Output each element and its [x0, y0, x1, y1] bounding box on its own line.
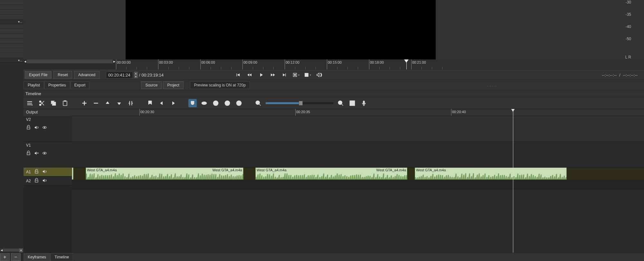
- scroll-left-icon[interactable]: ◀: [24, 59, 27, 63]
- mute-icon[interactable]: [34, 125, 39, 131]
- ripple-markers-icon[interactable]: [235, 99, 243, 107]
- tab-export[interactable]: Export: [70, 81, 90, 89]
- mute-off-icon[interactable]: [34, 151, 39, 157]
- preview-ruler[interactable]: 00:00:0000:03:0000:06:0000:09:0000:12:00…: [116, 59, 644, 70]
- audio-clip[interactable]: West GTA_a4.m4aWest GTA_a4.m4a: [255, 167, 407, 180]
- current-timecode[interactable]: 00:20:41:24: [106, 72, 133, 78]
- tab-playlist[interactable]: Playlist: [24, 81, 44, 89]
- left-dropdown-icon[interactable]: ▾: [19, 248, 23, 252]
- export-file-button[interactable]: Export File: [25, 71, 52, 79]
- advanced-button[interactable]: Advanced: [74, 71, 99, 79]
- prev-marker-icon[interactable]: [157, 99, 166, 107]
- panel-drag-handle[interactable]: ......: [487, 83, 497, 87]
- left-row: [0, 53, 24, 58]
- left-row-collapsed[interactable]: ▾ ...: [0, 58, 24, 63]
- db-mark: -35: [626, 12, 631, 24]
- track-a1-lane[interactable]: West GTA_a4.m4aWest GTA_a4.m4aWest GTA_a…: [72, 167, 644, 180]
- db-mark: -30: [626, 0, 631, 12]
- track-header-a1[interactable]: A1: [24, 167, 72, 176]
- left-row: [0, 29, 24, 34]
- track-label: V1: [26, 143, 69, 148]
- append-icon[interactable]: [80, 99, 89, 107]
- timeline-tracks-body[interactable]: 00:20:3000:20:3500:20:40 West GTA_a4.m4a…: [72, 109, 644, 253]
- play-icon[interactable]: [258, 71, 265, 78]
- svg-rect-17: [363, 101, 365, 104]
- next-marker-icon[interactable]: [169, 99, 177, 107]
- zoom-fit-icon[interactable]: [348, 99, 356, 107]
- remove-icon[interactable]: [92, 99, 100, 107]
- lift-icon[interactable]: [103, 99, 112, 107]
- scroll-left-icon[interactable]: ◀: [0, 248, 3, 252]
- tab-source[interactable]: Source: [141, 81, 162, 89]
- zoom-mode-dropdown[interactable]: ▾: [292, 71, 299, 78]
- mute-icon[interactable]: [42, 178, 47, 184]
- overwrite-icon[interactable]: [115, 99, 123, 107]
- lock-icon[interactable]: [34, 178, 39, 184]
- grid-dropdown[interactable]: ▾: [304, 71, 311, 78]
- track-label: A2: [26, 179, 31, 183]
- track-label: V2: [26, 117, 69, 122]
- track-headers: Output V2 V1: [24, 109, 72, 253]
- zoom-slider[interactable]: [266, 102, 333, 104]
- track-header-v1[interactable]: V1: [24, 142, 72, 167]
- lock-icon[interactable]: [26, 151, 31, 157]
- skip-next-icon[interactable]: [281, 71, 288, 78]
- eye-icon[interactable]: [42, 125, 47, 131]
- skip-previous-icon[interactable]: [234, 71, 242, 78]
- paste-icon[interactable]: [61, 99, 69, 107]
- copy-icon[interactable]: [49, 99, 58, 107]
- track-label: A1: [26, 170, 31, 174]
- tab-timeline[interactable]: Timeline: [50, 253, 73, 261]
- tab-project[interactable]: Project: [163, 81, 183, 89]
- zoom-out-icon[interactable]: [254, 99, 262, 107]
- audio-clip[interactable]: West GTA_a4.m4a: [415, 167, 567, 180]
- split-icon[interactable]: [127, 99, 135, 107]
- track-v1-lane[interactable]: [72, 142, 644, 167]
- menu-icon[interactable]: ▾: [26, 99, 34, 107]
- reset-button[interactable]: Reset: [53, 71, 72, 79]
- total-timecode: 00:23:19:14: [141, 73, 164, 77]
- preview-scaling-status[interactable]: Preview scaling is ON at 720p: [190, 81, 250, 89]
- in-timecode: --:--:--:--: [602, 73, 616, 77]
- svg-rect-16: [351, 102, 354, 104]
- ellipsis-label: ...: [20, 59, 22, 62]
- mute-icon[interactable]: [42, 169, 47, 175]
- db-mark: -40: [626, 24, 631, 37]
- scrub-icon[interactable]: [200, 99, 208, 107]
- track-a2-lane[interactable]: [72, 180, 644, 189]
- output-track-header[interactable]: Output: [24, 109, 72, 116]
- scroll-right-icon[interactable]: ▶: [113, 59, 116, 63]
- rewind-icon[interactable]: [246, 71, 253, 78]
- track-v2-lane[interactable]: [72, 116, 644, 142]
- left-row: [0, 0, 24, 5]
- record-audio-icon[interactable]: [360, 99, 368, 107]
- eye-icon[interactable]: [42, 151, 47, 157]
- lock-icon[interactable]: [34, 169, 39, 175]
- timeline-playhead[interactable]: [513, 109, 513, 253]
- ripple-all-icon[interactable]: [223, 99, 232, 107]
- add-button[interactable]: +: [0, 253, 10, 261]
- left-row-collapsed[interactable]: ▾ ...: [0, 19, 24, 24]
- audio-clip[interactable]: West GTA_a4.m4aWest GTA_a4.m4a: [86, 167, 243, 180]
- left-side-panel: ▾ ... ▾ ... ▾ ◀ ▶ + −: [0, 0, 24, 261]
- left-row: [0, 34, 24, 39]
- timeline-ruler[interactable]: 00:20:3000:20:3500:20:40: [72, 109, 644, 116]
- timecode-spinner[interactable]: ▲▼: [134, 72, 138, 78]
- db-mark: -50: [626, 37, 631, 49]
- video-preview[interactable]: [126, 0, 436, 59]
- snap-icon[interactable]: [188, 99, 197, 107]
- tab-properties[interactable]: Properties: [44, 81, 70, 89]
- track-header-v2[interactable]: V2: [24, 116, 72, 142]
- track-header-a2[interactable]: A2: [24, 176, 72, 185]
- marker-icon[interactable]: [146, 99, 154, 107]
- ripple-icon[interactable]: [212, 99, 220, 107]
- svg-point-19: [44, 127, 45, 128]
- cut-icon[interactable]: [38, 99, 46, 107]
- lock-icon[interactable]: [26, 125, 31, 131]
- remove-button[interactable]: −: [11, 253, 21, 261]
- zoom-in-icon[interactable]: [336, 99, 345, 107]
- tab-keyframes[interactable]: Keyframes: [24, 253, 50, 261]
- volume-icon[interactable]: [316, 71, 323, 78]
- fast-forward-icon[interactable]: [269, 71, 276, 78]
- timecode-display: 00:20:41:24 ▲▼ / 00:23:19:14: [106, 72, 164, 78]
